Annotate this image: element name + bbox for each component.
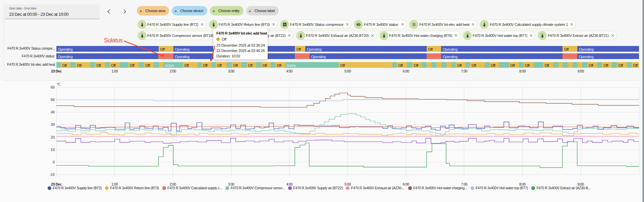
legend-label: F470 R 3x400V Hot water charging... — [413, 186, 467, 190]
y-axis-label: 50 — [51, 98, 55, 102]
legend-label: F470 R 3x400V Exhaust air (AZ30-... — [351, 186, 405, 190]
legend-label: F470 R 3x400V Hot water top (BT7) — [476, 186, 528, 190]
legend-label: F470 R 3x400V Calculated supply c... — [167, 186, 222, 190]
legend-item[interactable]: F470 R 3x400V Supply air (BT22) — [288, 186, 342, 190]
legend-item[interactable]: F470 R 3x400V Extract air (AZ30-B... — [531, 186, 591, 190]
history-page: Start date - End date 23 Dec at 00:00 - … — [0, 0, 644, 202]
y-axis-label: 20 — [51, 135, 55, 139]
y-axis-label: 40 — [51, 110, 55, 114]
y-axis-label: 30 — [51, 122, 55, 127]
scrollbar[interactable] — [643, 0, 644, 202]
legend-item[interactable]: F470 R 3x400V Exhaust air (AZ30-... — [346, 186, 405, 190]
chart-legend: F470 R 3x400V Supply line (BT2)F470 R 3x… — [48, 186, 644, 190]
legend-dot-icon — [408, 186, 412, 190]
tooltip-start-time: 23 December 2025 at 02:30:24 — [216, 43, 265, 47]
legend-item[interactable]: F470 R 3x400V Hot water charging... — [408, 186, 467, 190]
legend-dot-icon — [346, 186, 350, 190]
legend-dot-icon — [471, 186, 474, 190]
chart-grid — [56, 87, 639, 175]
legend-item[interactable]: F470 R 3x400V Compressor senso... — [225, 186, 285, 190]
y-axis-label: -10 — [50, 172, 55, 176]
legend-label: F470 R 3x400V Extract air (AZ30-B... — [536, 186, 590, 190]
tooltip-state: Off — [222, 37, 226, 41]
legend-item[interactable]: F470 R 3x400V Supply line (BT2) — [48, 186, 102, 190]
legend-label: F470 R 3x400V Supply air (BT22) — [293, 186, 342, 190]
state-dot-icon — [216, 38, 220, 41]
y-axis-unit: °C — [57, 83, 60, 86]
legend-dot-icon — [531, 186, 535, 190]
state-tooltip: F470 R 3x400V Int elec add heat Off 23 D… — [213, 29, 268, 59]
legend-label: F470 R 3x400V Supply line (BT2) — [53, 186, 102, 190]
y-axis-label: 60 — [51, 85, 55, 89]
legend-item[interactable]: F470 R 3x400V Return line (BT3) — [105, 186, 159, 190]
annotation-sulatus: Sulatus — [104, 37, 123, 44]
legend-dot-icon — [48, 186, 51, 190]
y-axis-label: 10 — [51, 148, 55, 152]
tooltip-title: F470 R 3x400V Int elec add heat — [216, 31, 265, 35]
legend-dot-icon — [225, 186, 229, 190]
y-axis-label: 0 — [53, 160, 55, 164]
legend-item[interactable]: F470 R 3x400V Calculated supply c... — [162, 186, 222, 190]
legend-label: F470 R 3x400V Return line (BT3) — [110, 186, 159, 190]
tooltip-duration: Duration: 10:02 — [216, 54, 265, 58]
legend-label: F470 R 3x400V Compressor senso... — [231, 186, 285, 190]
legend-item[interactable]: F470 R 3x400V Hot water top (BT7) — [471, 186, 528, 190]
legend-dot-icon — [162, 186, 166, 190]
tooltip-end-time: 23 December 2025 at 02:40:26 — [216, 49, 265, 53]
temperature-chart[interactable]: 6050403020100-10°C23 Dec1:002:003:004:00… — [0, 0, 644, 202]
legend-dot-icon — [288, 186, 292, 190]
legend-dot-icon — [105, 186, 109, 190]
